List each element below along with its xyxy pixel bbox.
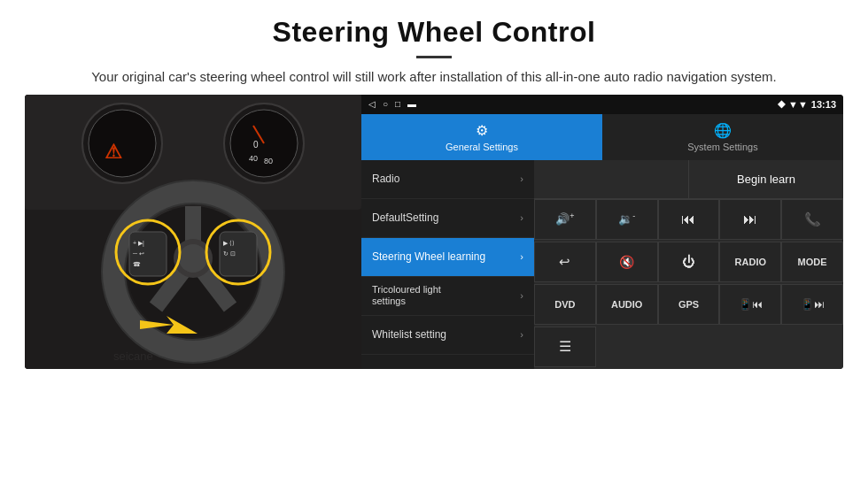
page-header: Steering Wheel Control Your original car… [0,0,868,95]
left-menu: Radio › DefaultSetting › Steering Wheel … [361,160,534,369]
mode-button[interactable]: MODE [781,242,843,282]
menu-item-radio-label: Radio [372,173,399,185]
vol-down-button[interactable]: 🔉- [596,199,658,240]
power-button[interactable]: ⏻ [658,242,720,282]
tab-system-label: System Settings [687,142,757,152]
car-bg: ⚠ 0 40 80 [25,95,361,369]
menu-item-steering-label: Steering Wheel learning [372,250,485,263]
car-image: ⚠ 0 40 80 [25,95,361,369]
vol-down-icon: 🔉- [618,211,635,226]
signal-icon: ▼▼ [788,99,808,110]
next-icon: ⏭ [743,211,757,227]
next-button[interactable]: ⏭ [719,199,781,240]
menu-item-whitelist[interactable]: Whitelist setting › [361,316,534,355]
menu-item-radio[interactable]: Radio › [361,160,534,199]
gps-button[interactable]: GPS [658,284,720,325]
svg-text:+  ▶|: + ▶| [133,240,144,247]
menu-item-default[interactable]: DefaultSetting › [361,199,534,238]
mode-label: MODE [798,257,827,267]
svg-text:☎: ☎ [133,261,141,267]
tab-system-settings[interactable]: 🌐 System Settings [602,114,843,160]
menu-item-whitelist-label: Whitelist setting [372,328,446,341]
begin-learn-button[interactable]: Begin learn [726,167,806,191]
tel-prev-button[interactable]: 📱⏮ [719,284,781,325]
svg-point-4 [89,110,156,177]
tab-general-settings[interactable]: ⚙ General Settings [361,114,602,160]
phone-button[interactable]: 📞 [781,199,843,240]
list-button[interactable]: ☰ [534,327,596,367]
phone-icon: 📞 [804,211,821,227]
begin-learn-area[interactable]: Begin learn [689,160,843,198]
nav-recent-icon[interactable]: □ [395,99,400,109]
page-subtitle: Your original car's steering wheel contr… [71,67,797,88]
tab-general-label: General Settings [446,142,518,152]
menu-item-tricoloured[interactable]: Tricoloured lightsettings › [361,277,534,316]
status-bar: ◁ ○ □ ▬ ◆ ▼▼ 13:13 [361,95,843,114]
system-settings-icon: 🌐 [714,122,732,139]
svg-text:40: 40 [249,154,258,163]
menu-item-default-chevron: › [520,212,523,223]
vol-up-icon: 🔊+ [555,211,574,226]
menu-item-whitelist-chevron: › [520,329,523,340]
page-title: Steering Wheel Control [35,16,833,49]
prev-button[interactable]: ⏮ [658,199,720,240]
menu-item-tricoloured-label: Tricoloured lightsettings [372,284,441,307]
nav-home-icon[interactable]: ○ [383,99,388,109]
tel-next-icon: 📱⏭ [801,298,825,311]
menu-item-steering-chevron: › [520,251,523,262]
svg-text:⚠: ⚠ [105,141,122,163]
tel-next-button[interactable]: 📱⏭ [781,284,843,325]
mute-button[interactable]: 🔇 [596,242,658,282]
svg-text:↻  ⊡: ↻ ⊡ [223,250,236,257]
tel-prev-icon: 📱⏮ [739,298,763,311]
radio-btn-label: RADIO [735,257,766,267]
control-grid: 🔊+ 🔉- ⏮ ⏭ 📞 ↩ [534,199,843,369]
location-icon: ◆ [778,98,785,110]
right-panel: Begin learn 🔊+ 🔉- ⏮ ⏭ [534,160,843,369]
menu-item-tricoloured-chevron: › [520,290,523,301]
back-icon: ↩ [559,254,570,270]
vol-up-button[interactable]: 🔊+ [534,199,596,240]
svg-text:▶  ⟨⟩: ▶ ⟨⟩ [223,240,235,246]
title-divider [416,56,452,58]
back-button[interactable]: ↩ [534,242,596,282]
status-bar-left: ◁ ○ □ ▬ [368,99,416,109]
nav-menu-icon[interactable]: ▬ [407,99,416,109]
main-content: ⚠ 0 40 80 [0,95,868,378]
nav-back-icon[interactable]: ◁ [368,99,376,109]
mute-icon: 🔇 [619,255,634,269]
menu-item-default-label: DefaultSetting [372,211,438,224]
tab-bar: ⚙ General Settings 🌐 System Settings [361,114,843,160]
list-icon: ☰ [559,338,571,355]
radio-btn[interactable]: RADIO [719,242,781,282]
android-panel: ◁ ○ □ ▬ ◆ ▼▼ 13:13 ⚙ General Settings 🌐 … [361,95,843,369]
menu-item-radio-chevron: › [520,173,523,184]
prev-icon: ⏮ [681,211,695,227]
svg-text:─  ↩: ─ ↩ [132,250,144,257]
status-bar-right: ◆ ▼▼ 13:13 [778,98,836,110]
svg-text:0: 0 [253,140,259,150]
dvd-label: DVD [554,299,575,310]
audio-label: AUDIO [611,299,642,310]
svg-point-20 [179,244,207,273]
gps-label: GPS [678,299,699,310]
menu-item-steering[interactable]: Steering Wheel learning › [361,238,534,277]
clock: 13:13 [811,99,836,110]
right-top-row: Begin learn [534,160,843,199]
general-settings-icon: ⚙ [476,122,488,139]
audio-button[interactable]: AUDIO [596,284,658,325]
power-icon: ⏻ [682,254,695,269]
dvd-button[interactable]: DVD [534,284,596,325]
content-area: Radio › DefaultSetting › Steering Wheel … [361,160,843,369]
svg-text:seicane: seicane [113,350,153,363]
radio-label-area [534,160,689,198]
svg-text:80: 80 [264,157,273,165]
